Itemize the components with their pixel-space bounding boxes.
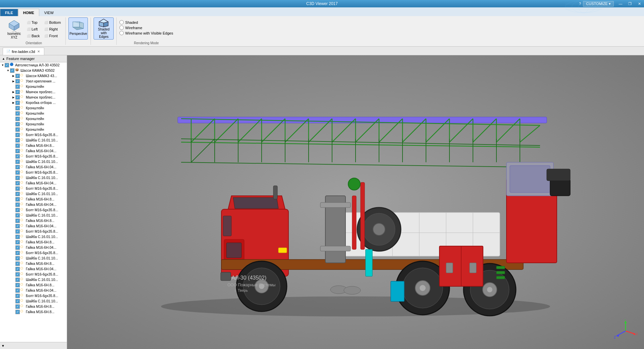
tree-item[interactable]: ✓⬡Болт М16-6gx35.8... (0, 229, 67, 234)
shaded-edges-button[interactable]: Shaded withEdges (94, 17, 114, 40)
tree-arrow[interactable] (11, 256, 15, 260)
tree-item[interactable]: ✓⬡Болт М16-6gx35.8... (0, 272, 67, 277)
tree-check[interactable]: ✓ (15, 90, 20, 94)
tree-arrow[interactable] (11, 143, 15, 148)
tree-arrow[interactable] (11, 176, 15, 180)
wireframe-option[interactable]: Wireframe (119, 25, 173, 30)
tree-item[interactable]: ▶✓⬡Маячок проблес... (0, 95, 67, 100)
tree-item[interactable]: ✓⬡Болт М16-6gx35.8... (0, 132, 67, 137)
tree-check[interactable]: ✓ (15, 192, 20, 196)
tree-arrow[interactable]: ▶ (11, 74, 15, 78)
tree-arrow[interactable] (11, 117, 15, 121)
tree-arrow[interactable] (11, 261, 15, 266)
shaded-option[interactable]: Shaded (119, 20, 173, 24)
help-icon[interactable]: ? (579, 2, 581, 6)
tree-item[interactable]: ✓⬡Гайка М16-6Н.04... (0, 180, 67, 186)
sidebar-scroll-down[interactable]: ▼ (1, 344, 5, 348)
back-view-button[interactable]: ⬜ Back (25, 33, 42, 39)
tree-arrow[interactable] (11, 208, 15, 212)
perspective-button[interactable]: Perspective (68, 17, 88, 40)
tree-arrow[interactable] (11, 224, 15, 228)
tree-item[interactable]: ✓⬡Гайка М16-6Н.8... (0, 309, 67, 314)
tree-item[interactable]: ✓⬡Гайка М16-6Н.8... (0, 282, 67, 288)
tree-item[interactable]: ✓⬡Шайба С.16.01.10... (0, 137, 67, 143)
tree-item[interactable]: ✓⬡Гайка М16-6Н.04... (0, 223, 67, 229)
tree-arrow[interactable] (11, 133, 15, 137)
tree-arrow[interactable] (11, 294, 15, 298)
tree-arrow[interactable] (11, 245, 15, 249)
tree-arrow[interactable] (11, 111, 15, 115)
tree-check[interactable]: ✓ (15, 267, 20, 271)
tree-check[interactable]: ✓ (15, 165, 20, 169)
tree-arrow[interactable]: ▶ (11, 95, 15, 99)
tree-check[interactable]: ✓ (15, 288, 20, 293)
tree-item[interactable]: ✓⬡Гайка М16-6Н.04... (0, 245, 67, 250)
tree-item[interactable]: ✓⬡Кронштейн (0, 84, 67, 89)
tree-arrow[interactable] (11, 229, 15, 233)
tree-item[interactable]: ✓⬡Кронштейн (0, 105, 67, 111)
tree-item[interactable]: ▶✓⬡Шасси КАМАЗ 43... (0, 73, 67, 78)
wireframe-visible-option[interactable]: Wireframe with Visible Edges (119, 31, 173, 35)
tree-arrow[interactable] (11, 213, 15, 217)
tree-check[interactable]: ✓ (15, 229, 20, 234)
tree-item[interactable]: ✓⬡Гайка М16-6Н.8... (0, 261, 67, 266)
tree-arrow[interactable] (11, 202, 15, 207)
tree-check[interactable]: ✓ (15, 283, 20, 287)
tree-item[interactable]: ✓⬡Гайка М16-6Н.8... (0, 218, 67, 223)
sidebar-collapse-icon[interactable]: ▲ (2, 57, 5, 60)
minimize-button[interactable]: — (616, 0, 625, 7)
file-tab-fire-ladder[interactable]: 📄 fire-ladder.c3d ✕ (3, 48, 44, 55)
tree-item[interactable]: ✓⬡Гайка М16-6Н.04... (0, 202, 67, 207)
tree-item[interactable]: ▶✓⬡Маячок проблес... (0, 89, 67, 95)
tree-arrow[interactable]: ▼ (6, 68, 10, 72)
tree-check[interactable]: ✓ (15, 101, 20, 105)
tree-arrow[interactable]: ▶ (11, 101, 15, 105)
tree-arrow[interactable] (11, 106, 15, 110)
tree-item[interactable]: ✓⬡Кронштейн (0, 111, 67, 116)
tree-item[interactable]: ✓⬡Кронштейн (0, 116, 67, 121)
tree-arrow[interactable]: ▼ (1, 63, 5, 67)
tree-check[interactable]: ✓ (15, 154, 20, 159)
tree-check[interactable]: ✓ (15, 202, 20, 207)
tree-arrow[interactable] (11, 272, 15, 276)
tree-check[interactable]: ✓ (15, 304, 20, 309)
tree-item[interactable]: ▼✓🔵Автолестница АЛ-30 43502 (0, 62, 67, 68)
bottom-view-button[interactable]: ⬜ Bottom (42, 19, 63, 25)
maximize-button[interactable]: ❐ (625, 0, 635, 7)
tree-arrow[interactable] (11, 138, 15, 142)
tree-item[interactable]: ✓⬡Гайка М16-6Н.8... (0, 143, 67, 148)
tree-check[interactable]: ✓ (15, 122, 20, 126)
tree-check[interactable]: ✓ (15, 240, 20, 244)
tree-check[interactable]: ✓ (15, 256, 20, 260)
tree-arrow[interactable] (11, 240, 15, 244)
tree-arrow[interactable] (11, 154, 15, 158)
tree-item[interactable]: ✓⬡Гайка М16-6Н.04... (0, 266, 67, 272)
tree-check[interactable]: ✓ (15, 213, 20, 218)
tree-item[interactable]: ✓⬡Гайка М16-6Н.04... (0, 288, 67, 293)
tree-item[interactable]: ✓⬡Болт М16-6gx35.8... (0, 170, 67, 175)
tree-check[interactable]: ✓ (15, 138, 20, 142)
tree-check[interactable]: ✓ (15, 219, 20, 223)
tree-check[interactable]: ✓ (15, 149, 20, 153)
tree-check[interactable]: ✓ (15, 294, 20, 298)
front-view-button[interactable]: ⬜ Front (42, 33, 63, 39)
tree-check[interactable]: ✓ (15, 95, 20, 100)
tree-check[interactable]: ✓ (10, 68, 14, 73)
tree-item[interactable]: ▼✓📦Шасси КАМАЗ 43502 (0, 68, 67, 73)
tree-check[interactable]: ✓ (15, 235, 20, 239)
tree-check[interactable]: ✓ (15, 117, 20, 121)
tree-item[interactable]: ✓⬡Кронштейн (0, 121, 67, 127)
tree-check[interactable]: ✓ (15, 251, 20, 255)
tree-arrow[interactable] (11, 278, 15, 282)
isometric-button[interactable]: XYZ IsometricXYZ (5, 18, 23, 40)
tree-check[interactable]: ✓ (15, 74, 20, 78)
tree-item[interactable]: ✓⬡Шайба С.16.01.10... (0, 277, 67, 282)
close-button[interactable]: ✕ (635, 0, 644, 7)
tree-check[interactable]: ✓ (15, 310, 20, 314)
tree-item[interactable]: ✓⬡Шайба С.16.01.10... (0, 255, 67, 261)
tree-check[interactable]: ✓ (15, 84, 20, 89)
tree-item[interactable]: ✓⬡Болт М16-6gx35.8... (0, 154, 67, 159)
tree-item[interactable]: ✓⬡Гайка М16-6Н.04... (0, 148, 67, 154)
sidebar-content[interactable]: ▼✓🔵Автолестница АЛ-30 43502▼✓📦Шасси КАМА… (0, 62, 67, 342)
tree-check[interactable]: ✓ (15, 170, 20, 175)
